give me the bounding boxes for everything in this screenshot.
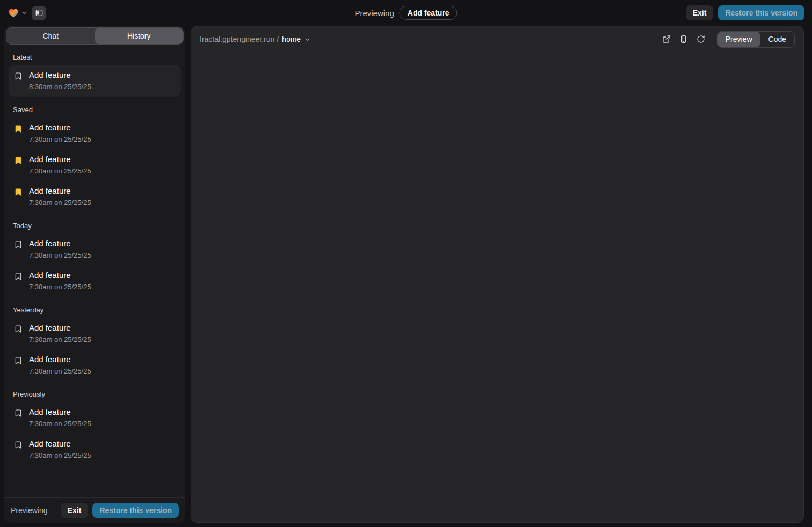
history-item[interactable]: Add feature7:30am on 25/25/25	[9, 118, 181, 149]
bookmark-filled-icon[interactable]	[14, 188, 23, 207]
version-badge[interactable]: Add feature	[400, 6, 458, 20]
footer-exit-button[interactable]: Exit	[61, 503, 89, 518]
section-title: Previously	[13, 390, 177, 398]
tab-code[interactable]: Code	[760, 32, 794, 47]
restore-version-button[interactable]: Restore this version	[718, 5, 804, 20]
history-item-timestamp: 7:30am on 25/25/25	[29, 251, 91, 259]
history-item-title: Add feature	[29, 439, 91, 448]
history-item[interactable]: Add feature7:30am on 25/25/25	[9, 149, 181, 181]
project-menu-button[interactable]	[8, 7, 27, 19]
url-page: home	[282, 35, 301, 43]
url-selector[interactable]: fractal.gptengineer.run / home	[200, 35, 311, 43]
bookmark-icon[interactable]	[14, 72, 23, 91]
section-title: Today	[13, 222, 177, 230]
history-item-title: Add feature	[29, 355, 91, 364]
history-item[interactable]: Add feature7:30am on 25/25/25	[9, 402, 181, 434]
bookmark-icon[interactable]	[14, 325, 23, 343]
preview-panel-header: fractal.gptengineer.run / home	[191, 26, 803, 52]
history-item[interactable]: Add feature7:30am on 25/25/25	[9, 434, 181, 465]
bookmark-filled-icon[interactable]	[14, 156, 23, 175]
footer-previewing-label: Previewing	[11, 506, 61, 515]
sidebar-footer: Previewing Exit Restore this version	[4, 497, 185, 523]
panel-left-icon	[35, 9, 44, 17]
tab-chat[interactable]: Chat	[6, 28, 95, 44]
history-item-timestamp: 7:30am on 25/25/25	[29, 199, 91, 207]
view-toggle: Preview Code	[717, 31, 795, 48]
history-item-timestamp: 7:30am on 25/25/25	[29, 420, 91, 428]
bookmark-icon[interactable]	[14, 240, 23, 259]
history-item-title: Add feature	[29, 323, 91, 332]
tab-history[interactable]: History	[95, 28, 184, 44]
footer-restore-version-button[interactable]: Restore this version	[92, 503, 179, 518]
tab-preview[interactable]: Preview	[717, 32, 760, 47]
section-title: Saved	[13, 106, 177, 114]
history-item[interactable]: Add feature7:30am on 25/25/25	[9, 233, 181, 265]
history-item-timestamp: 7:30am on 25/25/25	[29, 283, 91, 291]
chevron-down-icon	[21, 10, 27, 16]
history-item-title: Add feature	[29, 186, 91, 195]
history-item-timestamp: 8:30am on 25/25/25	[29, 83, 91, 91]
history-item-title: Add feature	[29, 239, 91, 248]
sidebar-toggle-button[interactable]	[32, 6, 46, 20]
bookmark-filled-icon[interactable]	[14, 125, 23, 143]
history-item-timestamp: 7:30am on 25/25/25	[29, 135, 91, 143]
refresh-icon	[697, 35, 705, 43]
history-item-timestamp: 7:30am on 25/25/25	[29, 451, 91, 459]
section-title: Yesterday	[13, 306, 177, 314]
topbar: Previewing Add feature Exit Restore this…	[0, 0, 812, 26]
history-item-timestamp: 7:30am on 25/25/25	[29, 367, 91, 375]
smartphone-icon	[679, 35, 688, 43]
bookmark-icon[interactable]	[14, 441, 23, 459]
bookmark-icon[interactable]	[14, 409, 23, 428]
history-item[interactable]: Add feature7:30am on 25/25/25	[9, 318, 181, 349]
section-title: Latest	[13, 53, 177, 61]
mobile-view-button[interactable]	[676, 32, 691, 47]
history-item-title: Add feature	[29, 155, 91, 164]
lovable-heart-logo-icon	[8, 7, 19, 19]
history-item-timestamp: 7:30am on 25/25/25	[29, 167, 91, 175]
sidebar: Chat History LatestAdd feature8:30am on …	[4, 26, 185, 523]
history-item-title: Add feature	[29, 123, 91, 132]
sidebar-tabs: Chat History	[6, 27, 184, 45]
chevron-down-icon	[304, 36, 311, 43]
preview-panel: fractal.gptengineer.run / home	[191, 26, 804, 523]
history-item[interactable]: Add feature7:30am on 25/25/25	[9, 265, 181, 297]
open-in-new-tab-button[interactable]	[659, 32, 674, 47]
history-item-timestamp: 7:30am on 25/25/25	[29, 335, 91, 343]
external-link-icon	[662, 35, 671, 43]
url-domain: fractal.gptengineer.run /	[200, 35, 279, 43]
history-item-title: Add feature	[29, 270, 91, 280]
previewing-label: Previewing	[354, 9, 394, 18]
refresh-button[interactable]	[693, 32, 708, 47]
bookmark-icon[interactable]	[14, 272, 23, 291]
preview-viewport[interactable]	[191, 52, 803, 522]
history-item-title: Add feature	[29, 407, 91, 416]
history-item-title: Add feature	[29, 70, 91, 79]
history-list: LatestAdd feature8:30am on 25/25/25Saved…	[4, 46, 185, 497]
history-item[interactable]: Add feature7:30am on 25/25/25	[9, 181, 181, 213]
bookmark-icon[interactable]	[14, 356, 23, 375]
exit-button[interactable]: Exit	[686, 5, 714, 20]
history-item[interactable]: Add feature7:30am on 25/25/25	[9, 349, 181, 381]
history-item[interactable]: Add feature8:30am on 25/25/25	[9, 65, 181, 97]
